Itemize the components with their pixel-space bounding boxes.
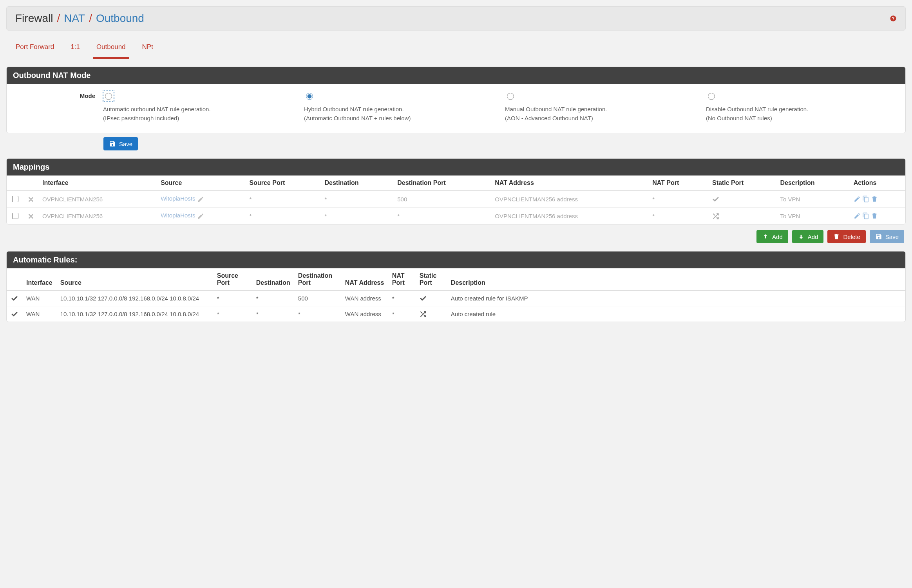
mappings-save-button[interactable]: Save: [870, 230, 904, 243]
th-destination: Destination: [252, 268, 294, 291]
cell-destination-port: *: [294, 306, 341, 322]
breadcrumb-sep: /: [89, 12, 92, 25]
cell-source: WitopiaHosts: [157, 208, 245, 224]
check-icon: [11, 295, 18, 302]
cell-interface: OVPNCLIENTMAN256: [38, 208, 157, 224]
breadcrumb-outbound[interactable]: Outbound: [96, 12, 144, 25]
trash-icon[interactable]: [871, 195, 878, 203]
cell-actions: [850, 208, 905, 224]
add-bottom-button[interactable]: Add: [792, 230, 824, 243]
edit-icon[interactable]: [854, 195, 861, 203]
mode-option-manual: Manual Outbound NAT rule generation. (AO…: [505, 92, 698, 123]
mode-label: Mode: [13, 92, 95, 123]
th-source: Source: [157, 175, 245, 191]
shuffle-icon: [420, 311, 427, 318]
copy-icon[interactable]: [862, 195, 869, 203]
tabs: Port Forward 1:1 Outbound NPt: [6, 31, 906, 59]
breadcrumb: Firewall / NAT / Outbound: [15, 12, 144, 25]
breadcrumb-panel: Firewall / NAT / Outbound: [6, 6, 906, 31]
mode-radio-hybrid[interactable]: [306, 93, 313, 100]
row-checkbox[interactable]: [12, 213, 18, 219]
cell-destination-port: 500: [294, 291, 341, 306]
mappings-table: Interface Source Source Port Destination…: [7, 175, 905, 224]
cell-nat-address: OVPNCLIENTMAN256 address: [491, 191, 648, 208]
mode-radio-automatic[interactable]: [105, 93, 112, 100]
th-source-port: Source Port: [213, 268, 252, 291]
mappings-panel: Mappings Interface Source Source Port De…: [6, 158, 906, 224]
mode-desc: Manual Outbound NAT rule generation. (AO…: [505, 105, 698, 123]
mode-panel-title: Outbound NAT Mode: [7, 67, 905, 84]
auto-table: Interface Source Source Port Destination…: [7, 268, 905, 322]
add-top-button[interactable]: Add: [756, 230, 788, 243]
th-interface: Interface: [38, 175, 157, 191]
cell-interface: WAN: [22, 306, 56, 322]
check-icon: [11, 311, 18, 318]
mode-radio-manual[interactable]: [507, 93, 514, 100]
cell-nat-address: WAN address: [341, 291, 388, 306]
save-icon: [875, 233, 882, 240]
row-checkbox[interactable]: [12, 196, 18, 202]
th-actions: Actions: [850, 175, 905, 191]
cell-destination: *: [320, 208, 393, 224]
cell-nat-port: *: [648, 208, 708, 224]
th-static-port: Static Port: [708, 175, 776, 191]
cell-source-port: *: [213, 291, 252, 306]
shuffle-icon: [712, 213, 719, 220]
trash-icon[interactable]: [871, 212, 878, 219]
cell-source-port: *: [246, 208, 321, 224]
mode-desc: Automatic outbound NAT rule generation. …: [103, 105, 296, 123]
table-row: OVPNCLIENTMAN256 WitopiaHosts * * 500 OV…: [7, 191, 905, 208]
mode-option-disable: Disable Outbound NAT rule generation. (N…: [706, 92, 899, 123]
tab-port-forward[interactable]: Port Forward: [13, 39, 57, 59]
pencil-icon[interactable]: [197, 213, 204, 220]
tab-outbound[interactable]: Outbound: [93, 39, 129, 59]
check-icon: [420, 295, 427, 302]
delete-button[interactable]: Delete: [827, 230, 865, 243]
cell-source-port: *: [213, 306, 252, 322]
cell-destination-port: 500: [393, 191, 491, 208]
th-nat-address: NAT Address: [491, 175, 648, 191]
mode-radio-disable[interactable]: [708, 93, 715, 100]
th-nat-address: NAT Address: [341, 268, 388, 291]
cell-nat-port: *: [388, 306, 416, 322]
source-link[interactable]: WitopiaHosts: [161, 195, 195, 202]
arrow-down-icon: [798, 233, 805, 240]
mappings-button-row: Add Add Delete Save: [6, 224, 906, 243]
th-destination-port: Destination Port: [393, 175, 491, 191]
disable-icon[interactable]: [27, 213, 34, 220]
cell-nat-address: OVPNCLIENTMAN256 address: [491, 208, 648, 224]
table-row: OVPNCLIENTMAN256 WitopiaHosts * * * OVPN…: [7, 208, 905, 224]
th-destination: Destination: [320, 175, 393, 191]
arrow-up-icon: [762, 233, 769, 240]
cell-description: To VPN: [776, 191, 849, 208]
mappings-title: Mappings: [7, 159, 905, 175]
copy-icon[interactable]: [862, 212, 869, 219]
edit-icon[interactable]: [854, 212, 861, 219]
th-nat-port: NAT Port: [388, 268, 416, 291]
breadcrumb-nat[interactable]: NAT: [64, 12, 85, 25]
auto-title: Automatic Rules:: [7, 251, 905, 268]
cell-source: WitopiaHosts: [157, 191, 245, 208]
th-source-port: Source Port: [246, 175, 321, 191]
tab-npt[interactable]: NPt: [139, 39, 156, 59]
th-source: Source: [56, 268, 213, 291]
save-icon: [109, 140, 116, 147]
cell-nat-port: *: [648, 191, 708, 208]
cell-destination: *: [252, 291, 294, 306]
auto-panel: Automatic Rules: Interface Source Source…: [6, 251, 906, 322]
disable-icon[interactable]: [27, 196, 34, 203]
cell-interface: OVPNCLIENTMAN256: [38, 191, 157, 208]
mode-save-button[interactable]: Save: [103, 137, 138, 150]
th-interface: Interface: [22, 268, 56, 291]
mode-option-hybrid: Hybrid Outbound NAT rule generation. (Au…: [304, 92, 497, 123]
th-static-port: Static Port: [416, 268, 447, 291]
source-link[interactable]: WitopiaHosts: [161, 212, 195, 219]
help-icon[interactable]: [890, 15, 897, 22]
th-description: Description: [776, 175, 849, 191]
mode-save-label: Save: [119, 141, 132, 147]
pencil-icon[interactable]: [197, 196, 204, 203]
table-row: WAN 10.10.10.1/32 127.0.0.0/8 192.168.0.…: [7, 291, 905, 306]
tab-1-1[interactable]: 1:1: [67, 39, 83, 59]
cell-destination-port: *: [393, 208, 491, 224]
mode-desc: Hybrid Outbound NAT rule generation. (Au…: [304, 105, 497, 123]
